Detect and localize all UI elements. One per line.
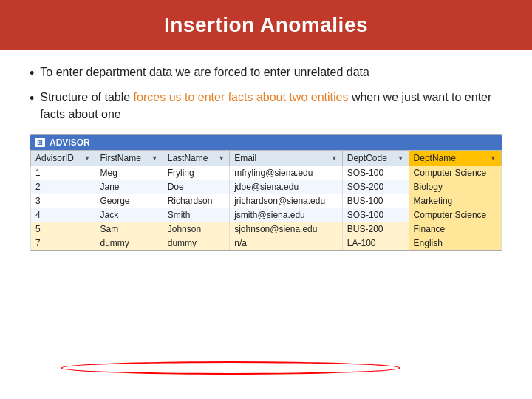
cell-deptCode-2: BUS-100	[342, 194, 409, 208]
col-header-advisorid: AdvisorID ▼	[31, 151, 95, 166]
cell-email-3: jsmith@siena.edu	[230, 208, 343, 222]
table-title-row: ⊞ ADVISOR	[30, 135, 502, 150]
cell-lastName-5: dummy	[163, 236, 230, 250]
bullet-list: To enter department data we are forced t…	[30, 64, 502, 123]
advisor-table-container: ⊞ ADVISOR AdvisorID ▼	[30, 134, 502, 251]
cell-advisorID-0: 1	[31, 166, 95, 180]
col-header-deptcode: DeptCode ▼	[342, 151, 409, 166]
content-area: To enter department data we are forced t…	[0, 50, 532, 399]
title-bar: Insertion Anomalies	[0, 0, 532, 50]
filter-arrow-deptcode[interactable]: ▼	[398, 154, 404, 162]
cell-lastName-3: Smith	[163, 208, 230, 222]
cell-deptCode-0: SOS-100	[342, 166, 409, 180]
bullet-1-text: To enter department data we are forced t…	[40, 64, 369, 81]
cell-lastName-1: Doe	[163, 180, 230, 194]
table-body: 1MegFrylingmfryling@siena.eduSOS-100Comp…	[31, 166, 502, 250]
bullet-2-highlight: forces us to enter facts about two entit…	[134, 91, 349, 103]
col-header-lastname: LastName ▼	[163, 151, 230, 166]
slide: Insertion Anomalies To enter department …	[0, 0, 532, 399]
red-oval-highlight	[61, 361, 400, 375]
cell-lastName-2: Richardson	[163, 194, 230, 208]
table-row: 7dummydummyn/aLA-100English	[31, 236, 502, 250]
table-row: 1MegFrylingmfryling@siena.eduSOS-100Comp…	[31, 166, 502, 180]
cell-email-1: jdoe@siena.edu	[230, 180, 343, 194]
cell-firstName-4: Sam	[95, 222, 163, 236]
cell-firstName-2: George	[95, 194, 163, 208]
filter-arrow-deptname[interactable]: ▼	[490, 154, 497, 162]
table-header-row: AdvisorID ▼ FirstName ▼	[31, 151, 502, 166]
cell-advisorID-5: 7	[31, 236, 95, 250]
bullet-2: Structure of table forces us to enter fa…	[30, 89, 502, 123]
cell-firstName-5: dummy	[95, 236, 163, 250]
cell-deptCode-5: LA-100	[342, 236, 409, 250]
cell-advisorID-2: 3	[31, 194, 95, 208]
cell-advisorID-1: 2	[31, 180, 95, 194]
cell-advisorID-3: 4	[31, 208, 95, 222]
cell-deptCode-4: BUS-200	[342, 222, 409, 236]
table-row: 5SamJohnsonsjohnson@siena.eduBUS-200Fina…	[31, 222, 502, 236]
table-row: 3GeorgeRichardsonjrichardson@siena.eduBU…	[31, 194, 502, 208]
filter-arrow-email[interactable]: ▼	[331, 154, 338, 162]
cell-lastName-4: Johnson	[163, 222, 230, 236]
cell-deptCode-1: SOS-200	[342, 180, 409, 194]
cell-firstName-1: Jane	[95, 180, 163, 194]
col-header-firstname: FirstName ▼	[95, 151, 163, 166]
cell-deptName-5: English	[409, 236, 501, 250]
filter-arrow-advisorid[interactable]: ▼	[84, 154, 91, 162]
cell-deptName-3: Computer Science	[409, 208, 501, 222]
col-header-deptname: DeptName ▼	[409, 151, 501, 166]
cell-deptName-4: Finance	[409, 222, 501, 236]
filter-arrow-firstname[interactable]: ▼	[151, 154, 158, 162]
table-title-text: ADVISOR	[50, 137, 90, 148]
cell-lastName-0: Fryling	[163, 166, 230, 180]
col-header-email: Email ▼	[230, 151, 343, 166]
filter-arrow-lastname[interactable]: ▼	[218, 154, 225, 162]
advisor-table: AdvisorID ▼ FirstName ▼	[30, 150, 502, 250]
cell-email-4: sjohnson@siena.edu	[230, 222, 343, 236]
table-icon: ⊞	[35, 138, 45, 147]
bullet-2-text: Structure of table forces us to enter fa…	[40, 89, 502, 123]
cell-deptName-0: Computer Science	[409, 166, 501, 180]
cell-deptName-1: Biology	[409, 180, 501, 194]
cell-deptName-2: Marketing	[409, 194, 501, 208]
cell-firstName-3: Jack	[95, 208, 163, 222]
table-row: 2JaneDoejdoe@siena.eduSOS-200Biology	[31, 180, 502, 194]
table-wrapper: ⊞ ADVISOR AdvisorID ▼	[30, 134, 502, 251]
cell-deptCode-3: SOS-100	[342, 208, 409, 222]
cell-firstName-0: Meg	[95, 166, 163, 180]
bullet-1: To enter department data we are forced t…	[30, 64, 502, 83]
cell-email-5: n/a	[230, 236, 343, 250]
cell-email-0: mfryling@siena.edu	[230, 166, 343, 180]
cell-advisorID-4: 5	[31, 222, 95, 236]
table-row: 4JackSmithjsmith@siena.eduSOS-100Compute…	[31, 208, 502, 222]
slide-title: Insertion Anomalies	[30, 13, 502, 37]
cell-email-2: jrichardson@siena.edu	[230, 194, 343, 208]
